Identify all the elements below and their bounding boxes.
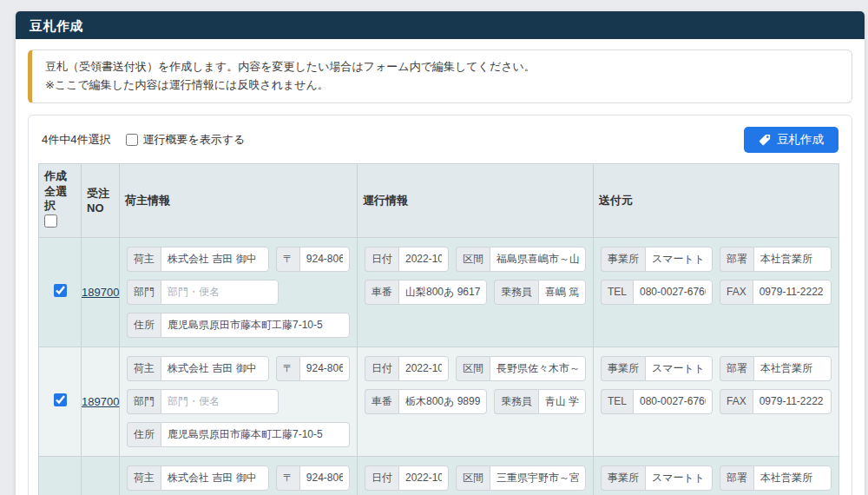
shipper-label: 荷主 (127, 247, 161, 272)
division-label: 部署 (720, 465, 753, 491)
vehicle-input[interactable] (398, 389, 487, 414)
header-shipper-info: 荷主情報 (120, 163, 358, 237)
tel-label: TEL (601, 280, 633, 305)
table-row: 189700 荷主 〒 部門 住所 (39, 456, 839, 495)
office-label: 事業所 (601, 465, 645, 491)
office-input[interactable] (645, 356, 713, 381)
sender-cell: 事業所 部署 TEL FAX (594, 346, 839, 456)
tel-input[interactable] (633, 280, 713, 305)
address-label: 住所 (127, 313, 161, 338)
order-no-cell: 189700 (82, 237, 120, 346)
tel-label: TEL (601, 389, 633, 414)
crew-input[interactable] (538, 280, 586, 305)
vehicle-input[interactable] (398, 280, 487, 305)
section-input[interactable] (490, 356, 586, 381)
division-input[interactable] (753, 247, 832, 272)
section-label: 区間 (456, 247, 490, 272)
shipper-input[interactable] (161, 247, 269, 272)
division-input[interactable] (753, 356, 832, 381)
office-label: 事業所 (601, 356, 645, 381)
postal-input[interactable] (299, 465, 350, 491)
shipper-input[interactable] (161, 356, 269, 381)
fax-input[interactable] (753, 280, 832, 305)
operation-info-cell: 日付 区間 車番 乗務員 (358, 456, 594, 495)
page: 豆札作成 豆札（受領書送付状）を作成します。内容を変更したい場合はフォーム内で編… (0, 0, 868, 495)
vehicle-label: 車番 (365, 389, 398, 414)
toolbar: 4件中4件選択 運行概要を表示する 豆札作成 (38, 127, 842, 163)
order-no-link[interactable]: 189700 (82, 395, 119, 408)
row-select-checkbox[interactable] (54, 284, 67, 297)
create-mametuda-button-label: 豆札作成 (777, 132, 824, 148)
row-select-cell (39, 346, 82, 456)
crew-input[interactable] (538, 389, 586, 414)
office-input[interactable] (645, 247, 713, 272)
header-select-all: 作成 全選択 (39, 163, 82, 237)
table-header-row: 作成 全選択 受注NO 荷主情報 運行情報 送付元 (39, 163, 839, 237)
date-label: 日付 (365, 247, 398, 272)
department-input[interactable] (161, 389, 279, 414)
office-input[interactable] (645, 465, 713, 491)
department-input[interactable] (161, 280, 279, 305)
date-input[interactable] (398, 356, 449, 381)
division-input[interactable] (753, 465, 832, 491)
date-label: 日付 (365, 465, 398, 491)
overview-toggle[interactable]: 運行概要を表示する (126, 132, 245, 148)
date-input[interactable] (398, 465, 449, 491)
tel-input[interactable] (633, 389, 713, 414)
section-input[interactable] (490, 247, 586, 272)
section-label: 区間 (456, 356, 490, 381)
fax-label: FAX (720, 280, 753, 305)
order-no-cell: 189700 (82, 456, 120, 495)
crew-label: 乗務員 (494, 389, 538, 414)
row-select-cell (39, 456, 82, 495)
crew-label: 乗務員 (494, 280, 538, 305)
department-label: 部門 (127, 280, 161, 305)
shipper-label: 荷主 (127, 356, 161, 381)
postal-label: 〒 (276, 356, 299, 381)
row-select-cell (39, 237, 82, 346)
header-select-all-label: 全選択 (44, 185, 76, 214)
header-sender: 送付元 (594, 163, 839, 237)
table-row: 189700 荷主 〒 部門 住所 (39, 346, 839, 456)
shipper-info-cell: 荷主 〒 部門 住所 (120, 237, 358, 346)
division-label: 部署 (720, 356, 753, 381)
postal-input[interactable] (299, 356, 350, 381)
division-label: 部署 (720, 247, 753, 272)
date-label: 日付 (365, 356, 398, 381)
info-alert: 豆札（受領書送付状）を作成します。内容を変更したい場合はフォーム内で編集してくだ… (28, 50, 852, 103)
address-label: 住所 (127, 422, 161, 447)
select-all-checkbox[interactable] (44, 214, 57, 228)
overview-toggle-checkbox[interactable] (126, 134, 138, 146)
office-label: 事業所 (601, 247, 645, 272)
alert-line-1: 豆札（受領書送付状）を作成します。内容を変更したい場合はフォーム内で編集してくだ… (45, 58, 838, 76)
create-mametuda-button[interactable]: 豆札作成 (744, 127, 838, 153)
address-input[interactable] (161, 313, 350, 338)
header-operation-info: 運行情報 (358, 163, 594, 237)
shipper-label: 荷主 (127, 465, 161, 491)
shipper-input[interactable] (161, 465, 269, 491)
operation-info-cell: 日付 区間 車番 乗務員 (358, 346, 594, 456)
vehicle-label: 車番 (365, 280, 398, 305)
header-create-label: 作成 (44, 169, 76, 183)
overview-toggle-label: 運行概要を表示する (142, 132, 245, 148)
section-input[interactable] (490, 465, 586, 491)
department-label: 部門 (127, 389, 161, 414)
shipper-info-cell: 荷主 〒 部門 住所 (120, 456, 358, 495)
table-row: 189700 荷主 〒 部門 住所 (39, 237, 839, 346)
card-body: 豆札（受領書送付状）を作成します。内容を変更したい場合はフォーム内で編集してくだ… (16, 39, 865, 495)
order-no-link[interactable]: 189700 (82, 286, 119, 299)
sender-cell: 事業所 部署 TEL FAX (594, 237, 839, 346)
fax-input[interactable] (753, 389, 832, 414)
operation-info-cell: 日付 区間 車番 乗務員 (358, 237, 594, 346)
address-input[interactable] (161, 422, 350, 447)
date-input[interactable] (398, 247, 449, 272)
header-order-no: 受注NO (82, 163, 120, 237)
order-no-cell: 189700 (82, 346, 120, 456)
postal-label: 〒 (276, 465, 299, 491)
fax-label: FAX (720, 389, 753, 414)
postal-input[interactable] (299, 247, 350, 272)
mametuda-card: 豆札作成 豆札（受領書送付状）を作成します。内容を変更したい場合はフォーム内で編… (16, 11, 865, 495)
list-panel: 4件中4件選択 運行概要を表示する 豆札作成 (28, 115, 852, 495)
row-select-checkbox[interactable] (54, 393, 67, 406)
table-body: 189700 荷主 〒 部門 住所 (39, 237, 839, 495)
